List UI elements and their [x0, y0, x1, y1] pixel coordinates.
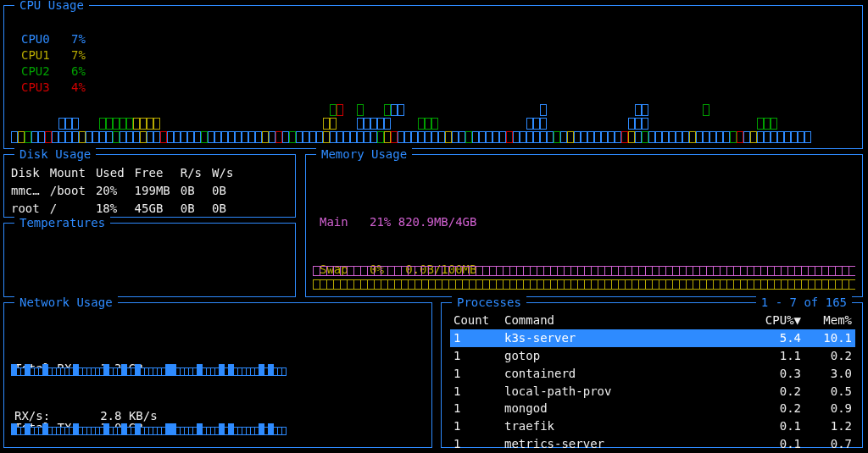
disk-cell: 20% [96, 183, 133, 199]
process-cell-count: 1 [450, 365, 501, 383]
network-tx-block: Total TX: 1.0 GB TX/s: 5.0 KB/s [14, 388, 158, 453]
temperatures-title: Temperatures [14, 215, 110, 231]
process-row[interactable]: 1traefik0.11.2 [450, 417, 855, 435]
process-cell-count: 1 [450, 435, 501, 453]
temperatures-panel: Temperatures [3, 223, 296, 297]
process-cell-cmd: containerd [501, 365, 745, 383]
disk-cell: /boot [50, 183, 94, 199]
process-cell-count: 1 [450, 347, 501, 365]
disk-header: Used [96, 165, 133, 181]
disk-header: R/s [181, 165, 210, 181]
network-tx-sparkline [11, 423, 425, 437]
process-cell-mem: 3.0 [804, 365, 855, 383]
process-cell-cmd: local-path-prov [501, 383, 745, 401]
process-cell-count: 1 [450, 329, 501, 347]
disk-cell: 199MB [135, 183, 179, 199]
disk-cell: 45GB [135, 201, 179, 217]
memory-main-line: Main 21% 820.9MB/4GB [320, 214, 476, 230]
proc-header-cpu[interactable]: CPU%▼ [745, 312, 804, 329]
process-cell-mem: 0.9 [804, 400, 855, 417]
proc-header-cmd[interactable]: Command [501, 312, 745, 329]
cpu-core-name: CPU2 [21, 64, 50, 78]
process-row[interactable]: 1containerd0.33.0 [450, 365, 855, 383]
process-cell-mem: 10.1 [804, 329, 855, 347]
memory-main-detail: 820.9MB/4GB [398, 215, 477, 229]
process-cell-cpu: 0.3 [745, 365, 804, 383]
disk-cell: 18% [96, 201, 133, 217]
cpu-sparkline [11, 102, 855, 145]
network-usage-panel: Network Usage Total RX: 1.3 GB RX/s: 2.8… [3, 302, 432, 448]
processes-panel[interactable]: Processes 1 - 7 of 165 Count Command CPU… [441, 302, 863, 448]
disk-header: Disk [11, 165, 48, 181]
memory-bars [313, 264, 855, 291]
memory-main-label: Main [320, 215, 348, 229]
process-cell-cmd: gotop [501, 347, 745, 365]
cpu-core-row: CPU3 4% [21, 80, 86, 96]
network-rx-sparkline [11, 364, 425, 378]
process-cell-cmd: metrics-server [501, 435, 745, 453]
disk-cell: 0B [212, 183, 242, 199]
process-cell-mem: 1.2 [804, 417, 855, 435]
disk-header: Mount [50, 165, 94, 181]
processes-title: Processes [452, 295, 526, 311]
process-row[interactable]: 1local-path-prov0.20.5 [450, 383, 855, 401]
disk-usage-panel: Disk Usage Disk Mount Used Free R/s W/s … [3, 154, 296, 218]
proc-header-count[interactable]: Count [450, 312, 501, 329]
disk-cell: 0B [212, 201, 242, 217]
memory-usage-panel: Memory Usage Main 21% 820.9MB/4GB Swap 0… [305, 154, 863, 297]
processes-table[interactable]: Count Command CPU%▼ Mem% 1k3s-server5.41… [450, 312, 855, 453]
cpu-core-row: CPU0 7% [21, 31, 86, 47]
process-cell-count: 1 [450, 417, 501, 435]
disk-cell: 0B [181, 201, 210, 217]
process-cell-count: 1 [450, 400, 501, 417]
disk-usage-title: Disk Usage [14, 146, 96, 163]
disk-cell: root [11, 201, 48, 217]
memory-main-pct: 21% [370, 215, 391, 229]
process-cell-cmd: mongod [501, 400, 745, 417]
disk-table: Disk Mount Used Free R/s W/s mmc… /boot … [9, 163, 243, 218]
cpu-core-name: CPU3 [21, 80, 50, 94]
proc-header-mem[interactable]: Mem% [804, 312, 855, 329]
cpu-core-pct: 7% [71, 48, 86, 62]
disk-row: mmc… /boot 20% 199MB 0B 0B [11, 183, 242, 199]
process-cell-count: 1 [450, 383, 501, 401]
cpu-core-pct: 6% [71, 64, 86, 78]
cpu-usage-title: CPU Usage [14, 0, 89, 14]
memory-usage-title: Memory Usage [316, 146, 412, 163]
cpu-core-pct: 4% [71, 80, 86, 94]
cpu-core-row: CPU1 7% [21, 47, 86, 64]
process-cell-cpu: 0.1 [745, 417, 804, 435]
process-cell-cpu: 5.4 [745, 329, 804, 347]
process-cell-cpu: 1.1 [745, 347, 804, 365]
process-cell-cpu: 0.1 [745, 435, 804, 453]
cpu-core-list: CPU0 7% CPU1 7% CPU2 6% CPU3 4% [21, 31, 86, 96]
process-row[interactable]: 1metrics-server0.10.7 [450, 435, 855, 453]
cpu-core-row: CPU2 6% [21, 64, 86, 80]
disk-row: root / 18% 45GB 0B 0B [11, 201, 242, 217]
network-usage-title: Network Usage [14, 295, 118, 311]
processes-header-row: Count Command CPU%▼ Mem% [450, 312, 855, 329]
process-row[interactable]: 1k3s-server5.410.1 [450, 329, 855, 347]
disk-header: Free [135, 165, 179, 181]
process-row[interactable]: 1mongod0.20.9 [450, 400, 855, 417]
disk-cell: mmc… [11, 183, 48, 199]
cpu-core-name: CPU1 [21, 48, 50, 62]
disk-header-row: Disk Mount Used Free R/s W/s [11, 165, 242, 181]
process-cell-cpu: 0.2 [745, 383, 804, 401]
disk-cell: 0B [181, 183, 210, 199]
process-cell-mem: 0.5 [804, 383, 855, 401]
cpu-core-pct: 7% [71, 32, 86, 46]
process-cell-cmd: k3s-server [501, 329, 745, 347]
process-cell-cpu: 0.2 [745, 400, 804, 417]
process-cell-mem: 0.2 [804, 347, 855, 365]
cpu-usage-panel: CPU Usage CPU0 7% CPU1 7% CPU2 6% CPU3 4… [3, 5, 863, 149]
process-cell-mem: 0.7 [804, 435, 855, 453]
disk-cell: / [50, 201, 94, 217]
cpu-core-name: CPU0 [21, 32, 50, 46]
processes-range: 1 - 7 of 165 [756, 295, 852, 311]
process-row[interactable]: 1gotop1.10.2 [450, 347, 855, 365]
process-cell-cmd: traefik [501, 417, 745, 435]
disk-header: W/s [212, 165, 242, 181]
